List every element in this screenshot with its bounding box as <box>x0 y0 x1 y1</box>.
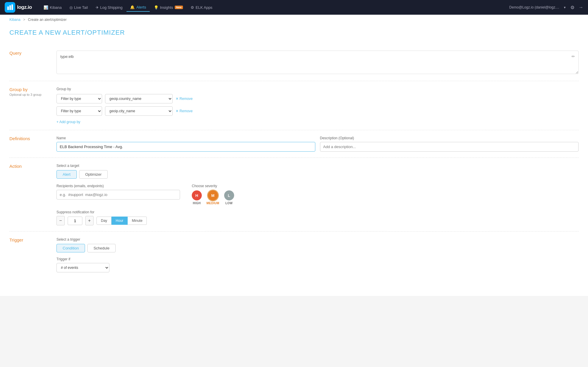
trigger-section-label: Trigger <box>9 237 56 272</box>
filter-value-select-2[interactable]: geoip.city_name geoip.country_name geoip… <box>105 106 173 116</box>
def-row: Name Description (Optional) <box>56 136 579 152</box>
trigger-label: Trigger <box>9 237 56 242</box>
group-by-section-label: Group by Optional up to 3 group <box>9 87 56 124</box>
breadcrumb-current: Create an alert/optimizer <box>28 18 66 22</box>
action-row: Recipients (emails, endpoints) Choose se… <box>56 184 579 205</box>
breadcrumb-parent[interactable]: Kibana <box>9 18 20 22</box>
trigger-type-buttons: Condition Schedule <box>56 244 579 252</box>
condition-button[interactable]: Condition <box>56 244 85 252</box>
severity-medium-label: MEDIUM <box>206 202 219 205</box>
query-section: Query type:elb ✏ <box>9 45 579 81</box>
elk-apps-icon: ⚙ <box>191 5 194 10</box>
logo-text: logz.io <box>17 4 32 10</box>
group-by-row-2: Filter by type Field Tag geoip.city_name… <box>56 106 579 116</box>
svg-rect-2 <box>11 4 13 10</box>
suppress-increment-button[interactable]: + <box>85 216 94 225</box>
page: CREATE A NEW ALERT/OPTIMIZER Query type:… <box>0 23 588 296</box>
alerts-icon: 🔔 <box>130 5 135 9</box>
def-description-input[interactable] <box>320 142 579 152</box>
time-unit-buttons: Day Hour Minute <box>96 217 147 225</box>
live-tail-icon: ◎ <box>69 5 73 10</box>
add-group-by-link[interactable]: + Add group by <box>56 120 80 124</box>
nav-items: 📊 Kibana ◎ Live Tail ✈ Log Shipping 🔔 Al… <box>40 3 216 12</box>
nav-item-alerts[interactable]: 🔔 Alerts <box>126 3 149 12</box>
group-by-field-label: Group by <box>56 87 579 91</box>
query-edit-icon[interactable]: ✏ <box>572 54 575 59</box>
severity-high[interactable]: H HIGH <box>192 190 202 205</box>
group-by-content: Group by Filter by type Field Tag geoip.… <box>56 87 579 124</box>
group-by-section: Group by Optional up to 3 group Group by… <box>9 81 579 130</box>
day-button[interactable]: Day <box>96 217 111 225</box>
recipients-field: Recipients (emails, endpoints) <box>56 184 180 200</box>
action-content: Select a target Alert Optimizer Recipien… <box>56 164 579 225</box>
page-title: CREATE A NEW ALERT/OPTIMIZER <box>9 29 579 36</box>
filter-type-select-1[interactable]: Filter by type Field Tag <box>56 94 102 103</box>
suppress-label: Suppress notification for <box>56 210 579 214</box>
filter-value-select-1[interactable]: geoip.country_name geoip.city_name geoip… <box>105 94 173 103</box>
nav-user[interactable]: Demo@Logz.io (daniel@logz.... <box>509 5 559 9</box>
insights-icon: 💡 <box>154 5 159 10</box>
breadcrumb: Kibana > Create an alert/optimizer <box>0 15 588 23</box>
action-target-buttons: Alert Optimizer <box>56 170 579 179</box>
trigger-section: Trigger Select a trigger Condition Sched… <box>9 232 579 278</box>
trigger-if-select[interactable]: # of events Average Sum Min Max Count <box>56 263 109 272</box>
logout-icon[interactable]: → <box>579 5 583 10</box>
query-content: type:elb ✏ <box>56 51 579 75</box>
optimizer-button[interactable]: Optimizer <box>79 170 108 179</box>
breadcrumb-separator: > <box>23 18 25 22</box>
definitions-section-label: Definitions <box>9 136 56 152</box>
severity-low[interactable]: L LOW <box>224 190 234 205</box>
hour-button[interactable]: Hour <box>111 217 128 225</box>
recipients-input[interactable] <box>56 190 180 200</box>
alert-button[interactable]: Alert <box>56 170 77 179</box>
new-badge: New <box>175 6 183 9</box>
trigger-if-field: Trigger if # of events Average Sum Min M… <box>56 257 579 272</box>
severity-group: H HIGH M MEDIUM L LOW <box>192 190 234 205</box>
group-by-label: Group by <box>9 87 56 92</box>
action-section-label: Action <box>9 164 56 225</box>
suppress-value-input[interactable] <box>68 217 82 225</box>
def-description-field: Description (Optional) <box>320 136 579 152</box>
kibana-icon: 📊 <box>44 5 48 10</box>
definitions-content: Name Description (Optional) <box>56 136 579 152</box>
nav-item-elk-apps[interactable]: ⚙ ELK Apps <box>187 4 216 11</box>
query-label: Query <box>9 51 56 56</box>
remove-link-1[interactable]: ✕ Remove <box>176 97 193 101</box>
query-section-label: Query <box>9 51 56 75</box>
trigger-content: Select a trigger Condition Schedule Trig… <box>56 237 579 272</box>
nav-chevron-icon: ▼ <box>563 6 566 9</box>
severity-high-circle: H <box>192 190 202 200</box>
group-by-sublabel: Optional up to 3 group <box>9 93 56 96</box>
suppress-decrement-button[interactable]: − <box>56 216 65 225</box>
action-label: Action <box>9 164 56 169</box>
query-input[interactable]: type:elb <box>56 51 579 74</box>
nav-item-insights[interactable]: 💡 Insights New <box>150 4 186 11</box>
action-section: Action Select a target Alert Optimizer R… <box>9 158 579 232</box>
svg-rect-1 <box>9 5 11 10</box>
def-description-label: Description (Optional) <box>320 136 579 140</box>
filter-type-select-2[interactable]: Filter by type Field Tag <box>56 106 102 116</box>
recipients-label: Recipients (emails, endpoints) <box>56 184 180 188</box>
severity-low-label: LOW <box>225 202 233 205</box>
trigger-select-label: Select a trigger <box>56 237 579 242</box>
svg-rect-0 <box>7 6 9 10</box>
settings-icon[interactable]: ⚙ <box>570 5 574 10</box>
severity-label: Choose severity <box>192 184 234 188</box>
minute-button[interactable]: Minute <box>128 217 147 225</box>
nav-item-kibana[interactable]: 📊 Kibana <box>40 4 65 11</box>
remove-link-2[interactable]: ✕ Remove <box>176 109 193 113</box>
severity-field: Choose severity H HIGH M MEDIUM L LOW <box>192 184 234 205</box>
nav-item-log-shipping[interactable]: ✈ Log Shipping <box>92 4 126 11</box>
nav-item-live-tail[interactable]: ◎ Live Tail <box>66 4 91 11</box>
action-target-label: Select a target <box>56 164 579 168</box>
def-name-input[interactable] <box>56 142 315 152</box>
navbar: logz.io 📊 Kibana ◎ Live Tail ✈ Log Shipp… <box>0 0 588 15</box>
suppress-row: − + Day Hour Minute <box>56 216 579 225</box>
severity-medium[interactable]: M MEDIUM <box>206 190 219 205</box>
definitions-label: Definitions <box>9 136 56 141</box>
severity-low-circle: L <box>224 190 234 200</box>
schedule-button[interactable]: Schedule <box>87 244 116 252</box>
logo[interactable]: logz.io <box>5 2 32 13</box>
nav-right: Demo@Logz.io (daniel@logz.... ▼ ⚙ → <box>509 5 583 10</box>
suppress-field: Suppress notification for − + Day Hour M… <box>56 210 579 225</box>
